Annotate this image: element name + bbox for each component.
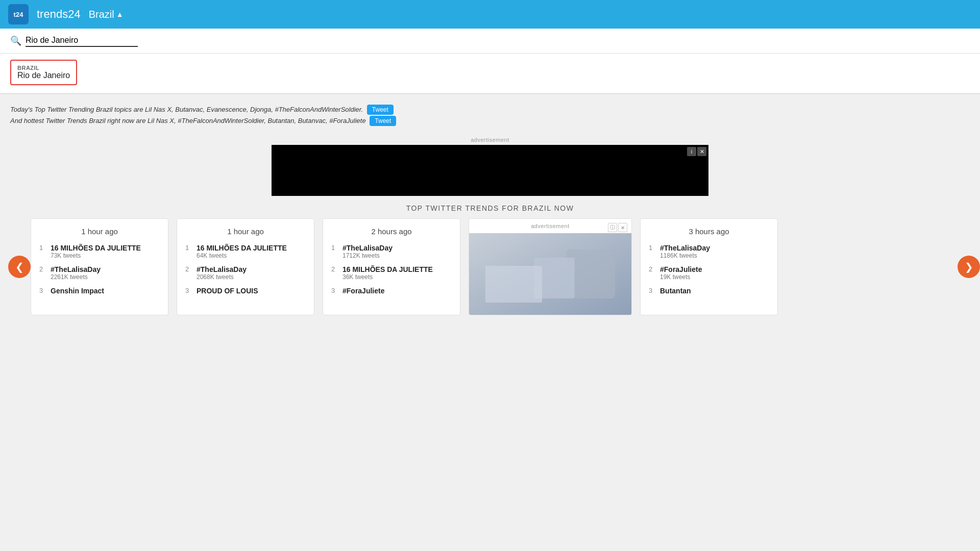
trend-info: #TheLalisaDay 1712K tweets — [342, 244, 393, 259]
trend-item: 1 #TheLalisaDay 1712K tweets — [331, 244, 452, 259]
header: t24 trends24 Brazil ▲ — [0, 0, 980, 29]
trend-card-1-time: 1 hour ago — [185, 227, 306, 236]
trend-rank: 1 — [185, 244, 192, 252]
trend-name[interactable]: #TheLalisaDay — [660, 244, 710, 252]
trend-card-3-time: 3 hours ago — [649, 227, 769, 236]
trend-info: #TheLalisaDay 1186K tweets — [660, 244, 710, 259]
trend-item: 2 #TheLalisaDay 2261K tweets — [39, 265, 160, 281]
prev-button[interactable]: ❮ — [8, 256, 31, 278]
trend-info: 16 MILHÕES DA JULIETTE 73K tweets — [51, 244, 141, 259]
trend-tweets: 36K tweets — [342, 273, 433, 281]
trend-rank: 2 — [649, 265, 656, 273]
ad-card-close-button[interactable]: ✕ — [618, 223, 627, 232]
ad-info-button[interactable]: i — [687, 147, 696, 156]
trend-name[interactable]: #TheLalisaDay — [342, 244, 393, 252]
tweet-button-1[interactable]: Tweet — [367, 105, 394, 115]
trend-tweets: 1186K tweets — [660, 252, 710, 259]
trend-card-0-time: 1 hour ago — [39, 227, 160, 236]
trend-name[interactable]: 16 MILHÕES DA JULIETTE — [51, 244, 141, 252]
site-name: trends24 — [37, 8, 81, 21]
trend-item: 3 Genshin Impact — [39, 287, 160, 295]
suggestion-country: BRAZIL — [17, 65, 70, 71]
trend-rank: 3 — [185, 287, 192, 294]
search-suggestion[interactable]: BRAZIL Rio de Janeiro — [10, 60, 77, 85]
trend-rank: 1 — [331, 244, 338, 252]
ad-controls: i ✕ — [687, 147, 706, 156]
suggestion-city: Rio de Janeiro — [17, 71, 70, 80]
divider — [0, 93, 980, 94]
svg-rect-3 — [485, 266, 542, 303]
trend-name[interactable]: Butantan — [660, 287, 691, 295]
logo-text: t24 — [14, 11, 23, 18]
search-input[interactable] — [26, 35, 138, 47]
trend-rank: 2 — [331, 265, 338, 273]
trend-info: PROUD OF LOUIS — [197, 287, 258, 295]
trend-card-2-time: 2 hours ago — [331, 227, 452, 236]
description-line1: Today's Top Twitter Trending Brazil topi… — [10, 106, 363, 113]
trend-name[interactable]: PROUD OF LOUIS — [197, 287, 258, 295]
section-title: TOP TWITTER TRENDS FOR BRAZIL NOW — [0, 204, 980, 212]
next-button[interactable]: ❯ — [958, 256, 980, 278]
ad-card-image — [469, 233, 631, 315]
logo: t24 — [8, 4, 29, 24]
ad-section: advertisement i ✕ — [0, 137, 980, 196]
trend-info: #ForaJuliete 19K tweets — [660, 265, 702, 281]
trend-rank: 1 — [649, 244, 656, 252]
trend-tweets: 64K tweets — [197, 252, 287, 259]
location-selector[interactable]: Brazil ▲ — [89, 9, 124, 20]
trend-item: 3 PROUD OF LOUIS — [185, 287, 306, 295]
trend-card-2: 2 hours ago 1 #TheLalisaDay 1712K tweets… — [323, 218, 460, 315]
ad-close-button[interactable]: ✕ — [697, 147, 706, 156]
trend-name[interactable]: #TheLalisaDay — [197, 265, 247, 273]
ad-banner: i ✕ — [272, 145, 708, 196]
description-line2: And hottest Twitter Trends Brazil right … — [10, 117, 366, 124]
trend-rank: 3 — [649, 287, 656, 294]
trend-info: #ForaJuliete — [342, 287, 384, 295]
trend-card-0: 1 hour ago 1 16 MILHÕES DA JULIETTE 73K … — [31, 218, 168, 315]
trend-name[interactable]: Genshin Impact — [51, 287, 104, 295]
trend-item: 3 Butantan — [649, 287, 769, 295]
trend-info: #TheLalisaDay 2068K tweets — [197, 265, 247, 281]
cards-row: 1 hour ago 1 16 MILHÕES DA JULIETTE 73K … — [0, 218, 980, 315]
trend-item: 2 #TheLalisaDay 2068K tweets — [185, 265, 306, 281]
trend-card-3: 3 hours ago 1 #TheLalisaDay 1186K tweets… — [640, 218, 778, 315]
trend-tweets: 19K tweets — [660, 273, 702, 281]
trend-item: 3 #ForaJuliete — [331, 287, 452, 295]
trend-info: 16 MILHÕES DA JULIETTE 64K tweets — [197, 244, 287, 259]
trend-name[interactable]: 16 MILHÕES DA JULIETTE — [197, 244, 287, 252]
tweet-button-2[interactable]: Tweet — [370, 116, 396, 126]
trend-rank: 2 — [185, 265, 192, 273]
ad-card-label: advertisement — [469, 219, 631, 233]
trend-rank: 3 — [331, 287, 338, 294]
chevron-up-icon: ▲ — [116, 10, 124, 18]
search-area: 🔍 — [0, 29, 980, 54]
trend-rank: 3 — [39, 287, 46, 294]
ad-card-controls: ⓘ ✕ — [608, 223, 627, 232]
trend-info: 16 MILHÕES DA JULIETTE 36K tweets — [342, 265, 433, 281]
trend-tweets: 73K tweets — [51, 252, 141, 259]
description-section: Today's Top Twitter Trending Brazil topi… — [0, 98, 980, 133]
location-label: Brazil — [89, 9, 114, 20]
trend-info: Butantan — [660, 287, 691, 295]
ad-card-info-button[interactable]: ⓘ — [608, 223, 617, 232]
trend-item: 1 16 MILHÕES DA JULIETTE 64K tweets — [185, 244, 306, 259]
trend-item: 1 16 MILHÕES DA JULIETTE 73K tweets — [39, 244, 160, 259]
trend-rank: 2 — [39, 265, 46, 273]
trend-name[interactable]: 16 MILHÕES DA JULIETTE — [342, 265, 433, 273]
trend-card-1: 1 hour ago 1 16 MILHÕES DA JULIETTE 64K … — [177, 218, 314, 315]
trend-item: 2 #ForaJuliete 19K tweets — [649, 265, 769, 281]
trends-container: ❮ 1 hour ago 1 16 MILHÕES DA JULIETTE 73… — [0, 218, 980, 315]
trend-tweets: 1712K tweets — [342, 252, 393, 259]
trend-name[interactable]: #ForaJuliete — [342, 287, 384, 295]
trend-tweets: 2261K tweets — [51, 273, 101, 281]
trend-tweets: 2068K tweets — [197, 273, 247, 281]
ad-label: advertisement — [0, 137, 980, 143]
trend-name[interactable]: #TheLalisaDay — [51, 265, 101, 273]
trend-item: 2 16 MILHÕES DA JULIETTE 36K tweets — [331, 265, 452, 281]
trend-name[interactable]: #ForaJuliete — [660, 265, 702, 273]
ad-card: advertisement ⓘ ✕ — [469, 218, 632, 315]
trend-info: #TheLalisaDay 2261K tweets — [51, 265, 101, 281]
trend-rank: 1 — [39, 244, 46, 252]
search-icon: 🔍 — [10, 35, 21, 46]
trend-item: 1 #TheLalisaDay 1186K tweets — [649, 244, 769, 259]
